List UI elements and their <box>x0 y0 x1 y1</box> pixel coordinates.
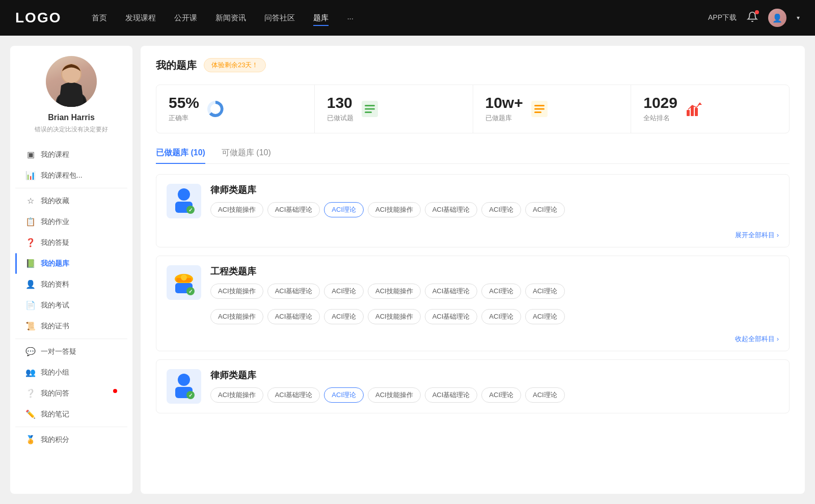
qbank-tags-1: ACI技能操作 ACI基础理论 ACI理论 ACI技能操作 ACI基础理论 AC… <box>210 284 779 299</box>
qbank-expand-1[interactable]: 收起全部科目 › <box>156 331 789 351</box>
tag-0-6[interactable]: ACI理论 <box>525 202 565 217</box>
svg-rect-7 <box>365 105 375 106</box>
tag-2-3[interactable]: ACI技能操作 <box>368 387 421 403</box>
nav-link-qa[interactable]: 问答社区 <box>264 13 295 23</box>
nav-link-open[interactable]: 公开课 <box>174 13 197 23</box>
nav-link-home[interactable]: 首页 <box>92 13 107 23</box>
sidebar-username: Brian Harris <box>48 113 95 122</box>
qbank-name-2: 律师类题库 <box>210 369 779 381</box>
tag-1-5[interactable]: ACI理论 <box>481 284 521 299</box>
svg-rect-16 <box>695 108 698 116</box>
tag-0-5[interactable]: ACI理论 <box>481 202 521 217</box>
tab-done[interactable]: 已做题库 (10) <box>156 148 205 163</box>
sidebar-divider-2 <box>15 339 127 339</box>
stat-accuracy: 55% 正确率 <box>156 85 315 133</box>
tag-0-3[interactable]: ACI技能操作 <box>368 202 421 217</box>
qbank-icon-lawyer: ✓ <box>167 184 201 218</box>
qbank-name-1: 工程类题库 <box>210 265 779 277</box>
notification-bell[interactable] <box>747 11 758 24</box>
sidebar-item-questions[interactable]: ❔ 我的问答 <box>15 383 127 404</box>
tag-1-r2-2[interactable]: ACI理论 <box>324 309 364 324</box>
tag-0-4[interactable]: ACI基础理论 <box>425 202 478 217</box>
nav-link-more[interactable]: ··· <box>347 14 354 22</box>
sidebar-item-exam[interactable]: 📄 我的考试 <box>15 295 127 316</box>
svg-rect-9 <box>365 111 372 113</box>
sidebar-item-label: 一对一答疑 <box>41 347 76 356</box>
sidebar-item-label: 我的答疑 <box>41 238 69 247</box>
tag-2-2[interactable]: ACI理论 <box>324 387 364 403</box>
sidebar-item-label: 我的积分 <box>41 435 69 444</box>
points-icon: 🏅 <box>25 435 36 444</box>
sidebar-item-label: 我的问答 <box>41 389 69 398</box>
sidebar-item-label: 我的小组 <box>41 368 69 377</box>
sidebar-item-courses[interactable]: ▣ 我的课程 <box>15 144 127 165</box>
tabs: 已做题库 (10) 可做题库 (10) <box>156 148 790 164</box>
tag-1-r2-3[interactable]: ACI技能操作 <box>368 309 421 324</box>
svg-rect-12 <box>534 108 545 110</box>
sidebar-item-favorites[interactable]: ☆ 我的收藏 <box>15 190 127 211</box>
tag-1-r2-0[interactable]: ACI技能操作 <box>210 309 263 324</box>
tag-2-4[interactable]: ACI基础理论 <box>425 387 478 403</box>
sidebar-item-notes[interactable]: ✏️ 我的笔记 <box>15 404 127 425</box>
user-dropdown-arrow[interactable]: ▾ <box>797 14 800 21</box>
nav-link-news[interactable]: 新闻资讯 <box>215 13 246 23</box>
tag-1-r2-4[interactable]: ACI基础理论 <box>425 309 478 324</box>
sidebar-divider-3 <box>15 427 127 427</box>
page-header: 我的题库 体验剩余23天！ <box>156 58 790 72</box>
tag-1-r2-5[interactable]: ACI理论 <box>481 309 521 324</box>
notes-icon: ✏️ <box>25 409 36 419</box>
sidebar-item-tutoring[interactable]: 💬 一对一答疑 <box>15 341 127 362</box>
tag-1-6[interactable]: ACI理论 <box>525 284 565 299</box>
tag-1-3[interactable]: ACI技能操作 <box>368 284 421 299</box>
sidebar-item-qbank[interactable]: 📗 我的题库 <box>15 253 127 274</box>
sidebar-item-label: 我的收藏 <box>41 197 69 206</box>
sidebar-item-profile[interactable]: 👤 我的资料 <box>15 274 127 295</box>
rank-label: 全站排名 <box>643 114 677 123</box>
sidebar-item-label: 我的笔记 <box>41 410 69 419</box>
nav-links: 首页 发现课程 公开课 新闻资讯 问答社区 题库 ··· <box>92 13 708 23</box>
favorites-icon: ☆ <box>25 196 36 206</box>
qbank-expand-0[interactable]: 展开全部科目 › <box>156 228 789 247</box>
tag-2-6[interactable]: ACI理论 <box>525 387 565 403</box>
tag-2-5[interactable]: ACI理论 <box>481 387 521 403</box>
done-questions-icon <box>361 100 379 118</box>
nav-link-qbank[interactable]: 题库 <box>313 13 329 23</box>
user-avatar[interactable]: 👤 <box>768 9 786 27</box>
app-download-button[interactable]: APP下载 <box>708 13 737 22</box>
certificate-icon: 📜 <box>25 321 36 331</box>
tag-1-2[interactable]: ACI理论 <box>324 284 364 299</box>
svg-rect-8 <box>365 108 375 110</box>
sidebar-motto: 错误的决定比没有决定要好 <box>24 125 118 134</box>
homework-icon: 📋 <box>25 217 36 227</box>
sidebar-item-certificate[interactable]: 📜 我的证书 <box>15 316 127 337</box>
sidebar-item-label: 我的课程包... <box>41 171 83 180</box>
tag-1-4[interactable]: ACI基础理论 <box>425 284 478 299</box>
qbank-icon: 📗 <box>25 259 36 268</box>
sidebar-item-course-package[interactable]: 📊 我的课程包... <box>15 165 127 186</box>
sidebar-item-my-qa[interactable]: ❓ 我的答疑 <box>15 232 127 253</box>
tag-1-r2-1[interactable]: ACI基础理论 <box>267 309 320 324</box>
tag-1-1[interactable]: ACI基础理论 <box>267 284 320 299</box>
sidebar-menu: ▣ 我的课程 📊 我的课程包... ☆ 我的收藏 📋 我的作业 ❓ 我的答疑 📗 <box>10 144 132 450</box>
svg-text:✓: ✓ <box>188 207 193 213</box>
nav-link-discover[interactable]: 发现课程 <box>125 13 156 23</box>
tag-0-2[interactable]: ACI理论 <box>324 202 364 217</box>
logo: LOGO <box>15 10 61 26</box>
tag-0-0[interactable]: ACI技能操作 <box>210 202 263 217</box>
page-title: 我的题库 <box>156 59 197 72</box>
qbank-tags-2: ACI技能操作 ACI基础理论 ACI理论 ACI技能操作 ACI基础理论 AC… <box>210 387 779 403</box>
sidebar-item-points[interactable]: 🏅 我的积分 <box>15 429 127 450</box>
sidebar-item-group[interactable]: 👥 我的小组 <box>15 362 127 383</box>
questions-dot <box>113 389 117 393</box>
svg-point-28 <box>178 374 190 386</box>
sidebar-item-homework[interactable]: 📋 我的作业 <box>15 211 127 232</box>
tag-1-0[interactable]: ACI技能操作 <box>210 284 263 299</box>
tag-0-1[interactable]: ACI基础理论 <box>267 202 320 217</box>
svg-rect-14 <box>687 110 690 116</box>
tag-2-0[interactable]: ACI技能操作 <box>210 387 263 403</box>
course-package-icon: 📊 <box>25 171 36 180</box>
tab-available[interactable]: 可做题库 (10) <box>222 148 271 163</box>
svg-rect-13 <box>534 111 541 113</box>
tag-1-r2-6[interactable]: ACI理论 <box>525 309 565 324</box>
tag-2-1[interactable]: ACI基础理论 <box>267 387 320 403</box>
